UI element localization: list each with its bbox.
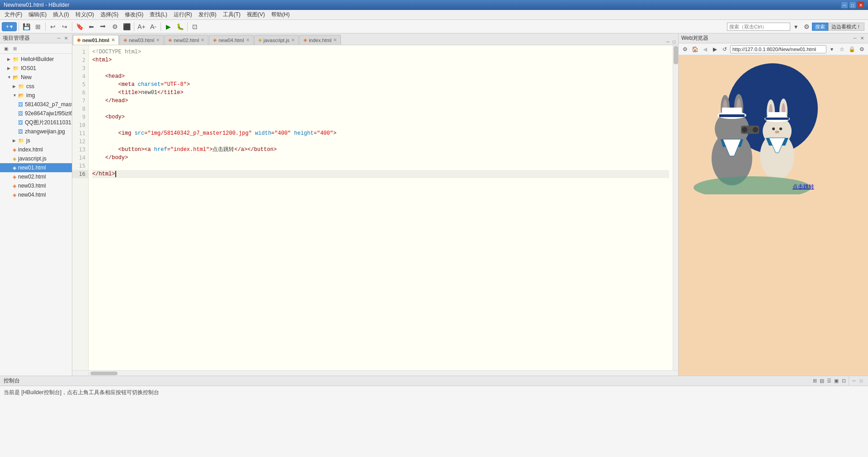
menu-help[interactable]: 帮助(H) [269,10,292,19]
bookmark-button[interactable]: 🔖 [74,21,85,32]
image-icon: 🖼 [18,120,23,125]
tree-item-new[interactable]: ▼ 📂 New [0,73,72,82]
next-button[interactable]: ⮕ [98,21,108,32]
build-button[interactable]: ⚙ [109,21,120,32]
tree-item-ios01[interactable]: ▶ 📁 IOS01 [0,64,72,73]
stop-button[interactable]: ⬛ [121,21,132,32]
tree-item-index-html[interactable]: ◈ index.html [0,145,72,154]
console-btn-1[interactable]: ⊞ [811,378,818,384]
increase-font-button[interactable]: A+ [136,21,147,32]
browser-panel-minimize[interactable]: ─ [852,35,858,42]
browser-panel-close[interactable]: ✕ [859,35,865,42]
line-num-9: 9 [72,113,88,121]
tab-new04[interactable]: ◈ new04.html ✕ [209,35,253,45]
run-button[interactable]: ▶ [163,21,174,32]
browser-address-dropdown[interactable]: ▾ [827,45,836,54]
tab-close-new01[interactable]: ✕ [111,38,115,42]
panel-close-btn[interactable]: ✕ [63,35,69,42]
menu-edit[interactable]: 编辑(E) [26,10,49,19]
console-btn-3[interactable]: ☰ [826,378,832,384]
tab-javascript[interactable]: ◈ javascript.js ✕ [254,35,299,45]
tree-label: zhangweijian.jpg [25,128,65,135]
menu-view[interactable]: 视图(V) [244,10,268,19]
code-editor[interactable]: <!DOCTYPE html> <html> <head> <meta char… [89,45,673,370]
menu-publish[interactable]: 发行(B) [196,10,219,19]
tab-close-new02[interactable]: ✕ [201,38,204,42]
save-all-button[interactable]: ⊞ [33,21,43,32]
panel-collapse-btn[interactable]: ─ [56,35,62,42]
console-minimize[interactable]: ─ [851,378,857,384]
menu-insert[interactable]: 插入(I) [50,10,71,19]
jump-link[interactable]: 点击跳转 [793,183,814,191]
vertical-scrollbar[interactable] [673,45,678,370]
search-settings-btn[interactable]: ⚙ [801,21,812,32]
menu-transform[interactable]: 转义(O) [73,10,97,19]
tree-item-css[interactable]: ▶ 📁 css [0,82,72,91]
tab-close-new03[interactable]: ✕ [156,38,160,42]
close-button[interactable]: ✕ [857,1,864,9]
menu-run[interactable]: 运行(R) [171,10,195,19]
decrease-font-button[interactable]: A- [148,21,159,32]
browser-bookmark-btn[interactable]: ☆ [837,45,846,54]
editor-content[interactable]: 1 2 3 4 5 6 7 8 9 10 11 12 13 14 15 16 [72,45,678,370]
scrollbar-thumb[interactable] [674,46,678,64]
browser-home-btn[interactable]: 🏠 [690,45,699,54]
tree-item-new04-html[interactable]: ◈ new04.html [0,190,72,199]
tree-item-new02-html[interactable]: ◈ new02.html [0,172,72,181]
minimize-button[interactable]: ─ [841,1,848,9]
menu-file[interactable]: 文件(F) [2,10,25,19]
tab-close-new04[interactable]: ✕ [246,38,250,42]
browser-back-btn[interactable]: ◀ [700,45,709,54]
tab-new03[interactable]: ◈ new03.html ✕ [119,35,164,45]
line-num-16: 16 [72,170,88,178]
tree-item-img2[interactable]: 🖼 92e8647ajw1f95izl6 [0,109,72,118]
tree-item-js-folder[interactable]: ▶ 📁 js [0,136,72,145]
preview-button[interactable]: ⊡ [189,21,200,32]
browser-lock-btn[interactable]: 🔒 [847,45,856,54]
tree-item-helloHBuilder[interactable]: ▶ 📁 HelloHBuilder [0,55,72,64]
search-dropdown-btn[interactable]: ▾ [790,21,801,32]
search-input[interactable] [727,23,790,31]
h-scroll-thumb[interactable] [90,372,118,375]
tab-new02[interactable]: ◈ new02.html ✕ [164,35,208,45]
console-maximize[interactable]: □ [858,378,864,384]
menu-tools[interactable]: 工具(T) [220,10,243,19]
side-view-button[interactable]: 边边看模式！ [828,23,864,31]
panel-icon-1[interactable]: ▣ [2,44,10,52]
browser-forward-btn[interactable]: ▶ [710,45,719,54]
editor-maximize-btn[interactable]: □ [671,38,677,45]
tab-close-javascript[interactable]: ✕ [291,38,295,42]
horizontal-scrollbar[interactable] [72,370,678,376]
search-button[interactable]: 搜索 [812,23,828,31]
tree-item-img3[interactable]: 🖼 QQ图片2016110311 [0,118,72,127]
console-btn-5[interactable]: ⊡ [840,378,847,384]
redo-button[interactable]: ↪ [59,21,70,32]
restore-button[interactable]: □ [849,1,856,9]
menu-find[interactable]: 查找(L) [147,10,170,19]
tree-item-javascript-js[interactable]: ◈ javascript.js [0,154,72,163]
save-button[interactable]: 💾 [21,21,32,32]
prev-button[interactable]: ⬅ [86,21,97,32]
h-scroll-track[interactable] [89,372,678,375]
tab-close-index[interactable]: ✕ [333,38,337,42]
tree-item-new03-html[interactable]: ◈ new03.html [0,181,72,190]
undo-button[interactable]: ↩ [47,21,58,32]
browser-address-bar[interactable] [730,45,826,53]
new-file-button[interactable]: + ▾ [2,22,17,31]
tree-item-img1[interactable]: 🖼 58140342_p7_maste [0,100,72,109]
tree-item-img4[interactable]: 🖼 zhangweijian.jpg [0,127,72,136]
debug-button[interactable]: 🐛 [175,21,185,32]
menu-select[interactable]: 选择(S) [98,10,121,19]
tab-new01[interactable]: ◈ new01.html ✕ [73,35,119,45]
menu-modify[interactable]: 修改(G) [122,10,146,19]
browser-refresh-btn[interactable]: ↺ [720,45,729,54]
browser-settings-btn[interactable]: ⚙ [680,45,689,54]
editor-minimize-btn[interactable]: ─ [665,38,671,45]
console-btn-4[interactable]: ▣ [833,378,840,384]
console-btn-2[interactable]: ▤ [819,378,825,384]
browser-devtools-btn[interactable]: ⚙ [857,45,866,54]
tree-item-new01-html[interactable]: ◈ new01.html [0,163,72,172]
panel-icon-2[interactable]: ⊞ [11,44,19,52]
tree-item-img[interactable]: ▼ 📂 img [0,91,72,100]
tab-index[interactable]: ◈ index.html ✕ [299,35,341,45]
